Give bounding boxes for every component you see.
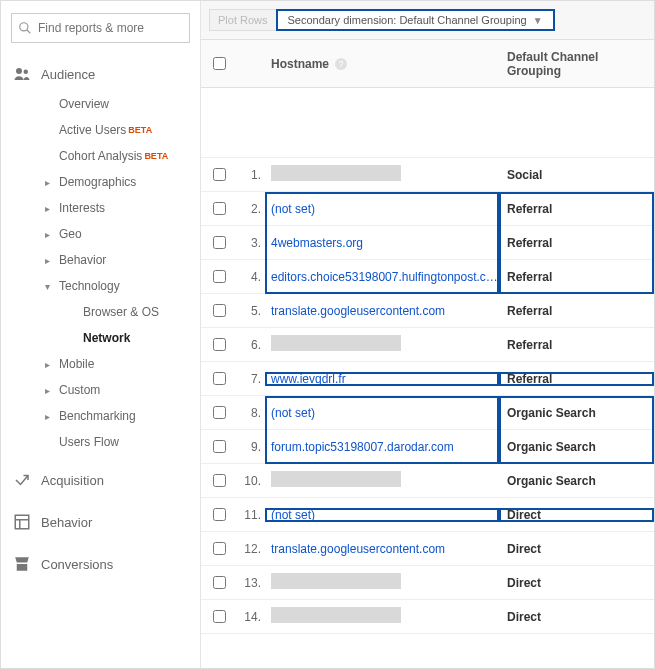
row-checkbox-cell bbox=[201, 236, 237, 249]
nav-section-label: Conversions bbox=[41, 557, 113, 572]
row-number: 11. bbox=[237, 508, 265, 522]
row-checkbox[interactable] bbox=[213, 168, 226, 181]
nav-section-behavior[interactable]: Behavior bbox=[1, 505, 200, 539]
table-row: 7.www.ievgdrl.frReferral bbox=[201, 362, 654, 396]
row-checkbox[interactable] bbox=[213, 576, 226, 589]
nav-item-mobile[interactable]: ▸Mobile bbox=[21, 351, 200, 377]
row-checkbox[interactable] bbox=[213, 202, 226, 215]
nav-item-label: Active Users bbox=[59, 123, 126, 137]
row-checkbox-cell bbox=[201, 474, 237, 487]
beta-badge: BETA bbox=[144, 151, 168, 161]
caret-icon: ▸ bbox=[45, 385, 55, 396]
hostname-cell[interactable]: editors.choice53198007.hulfingtonpost.co… bbox=[265, 270, 499, 284]
nav-item-users-flow[interactable]: Users Flow bbox=[21, 429, 200, 455]
nav-item-benchmarking[interactable]: ▸Benchmarking bbox=[21, 403, 200, 429]
table-row: 1.Social bbox=[201, 158, 654, 192]
hostname-cell[interactable]: (not set) bbox=[265, 202, 499, 216]
row-number: 6. bbox=[237, 338, 265, 352]
row-checkbox-cell bbox=[201, 440, 237, 453]
nav-item-interests[interactable]: ▸Interests bbox=[21, 195, 200, 221]
select-all-checkbox[interactable] bbox=[213, 57, 226, 70]
secondary-dimension-dropdown[interactable]: Secondary dimension: Default Channel Gro… bbox=[276, 9, 555, 31]
hostname-cell[interactable]: translate.googleusercontent.com bbox=[265, 542, 499, 556]
nav-item-behavior[interactable]: ▸Behavior bbox=[21, 247, 200, 273]
nav-item-label: Technology bbox=[59, 279, 120, 293]
redacted-block bbox=[271, 607, 401, 623]
row-checkbox[interactable] bbox=[213, 474, 226, 487]
nav-item-browser-os[interactable]: Browser & OS bbox=[21, 299, 200, 325]
nav-item-label: Custom bbox=[59, 383, 100, 397]
header-hostname-label: Hostname bbox=[271, 57, 329, 71]
hostname-cell[interactable]: 4webmasters.org bbox=[265, 236, 499, 250]
nav-item-cohort-analysis[interactable]: Cohort AnalysisBETA bbox=[21, 143, 200, 169]
channel-cell: Organic Search bbox=[499, 474, 654, 488]
nav-item-label: Geo bbox=[59, 227, 82, 241]
nav-section-audience[interactable]: Audience bbox=[1, 57, 200, 91]
channel-cell: Referral bbox=[499, 202, 654, 216]
svg-point-2 bbox=[16, 68, 22, 74]
channel-cell: Direct bbox=[499, 508, 654, 522]
row-checkbox-cell bbox=[201, 508, 237, 521]
row-checkbox[interactable] bbox=[213, 406, 226, 419]
channel-cell: Referral bbox=[499, 372, 654, 386]
table-row: 13.Direct bbox=[201, 566, 654, 600]
toolbar: Plot Rows Secondary dimension: Default C… bbox=[201, 1, 654, 40]
nav-section-conversions[interactable]: Conversions bbox=[1, 547, 200, 581]
hostname-cell bbox=[265, 165, 499, 184]
content-area: Plot Rows Secondary dimension: Default C… bbox=[201, 1, 654, 668]
row-checkbox-cell bbox=[201, 202, 237, 215]
row-number: 7. bbox=[237, 372, 265, 386]
table-row: 4.editors.choice53198007.hulfingtonpost.… bbox=[201, 260, 654, 294]
nav-item-network[interactable]: Network bbox=[21, 325, 200, 351]
summary-row bbox=[201, 88, 654, 158]
secondary-dimension-label: Secondary dimension: Default Channel Gro… bbox=[288, 14, 527, 26]
hostname-cell[interactable]: www.ievgdrl.fr bbox=[265, 372, 499, 386]
row-checkbox-cell bbox=[201, 338, 237, 351]
table-body: 1.Social2.(not set)Referral3.4webmasters… bbox=[201, 88, 654, 634]
row-number: 9. bbox=[237, 440, 265, 454]
caret-icon: ▸ bbox=[45, 255, 55, 266]
acquisition-icon bbox=[11, 471, 33, 489]
nav-item-demographics[interactable]: ▸Demographics bbox=[21, 169, 200, 195]
header-hostname[interactable]: Hostname ? bbox=[265, 57, 499, 71]
row-checkbox[interactable] bbox=[213, 236, 226, 249]
table-row: 11.(not set)Direct bbox=[201, 498, 654, 532]
table-row: 3.4webmasters.orgReferral bbox=[201, 226, 654, 260]
table-row: 2.(not set)Referral bbox=[201, 192, 654, 226]
nav-item-custom[interactable]: ▸Custom bbox=[21, 377, 200, 403]
row-checkbox[interactable] bbox=[213, 270, 226, 283]
row-checkbox-cell bbox=[201, 270, 237, 283]
nav-item-technology[interactable]: ▾Technology bbox=[21, 273, 200, 299]
table-row: 14.Direct bbox=[201, 600, 654, 634]
row-checkbox[interactable] bbox=[213, 338, 226, 351]
channel-cell: Referral bbox=[499, 270, 654, 284]
row-number: 12. bbox=[237, 542, 265, 556]
search-input[interactable] bbox=[38, 21, 183, 35]
nav-item-overview[interactable]: Overview bbox=[21, 91, 200, 117]
hostname-cell[interactable]: forum.topic53198007.darodar.com bbox=[265, 440, 499, 454]
row-number: 14. bbox=[237, 610, 265, 624]
nav-item-active-users[interactable]: Active UsersBETA bbox=[21, 117, 200, 143]
help-icon[interactable]: ? bbox=[335, 58, 347, 70]
row-checkbox[interactable] bbox=[213, 304, 226, 317]
row-number: 4. bbox=[237, 270, 265, 284]
nav-section-acquisition[interactable]: Acquisition bbox=[1, 463, 200, 497]
channel-cell: Referral bbox=[499, 338, 654, 352]
row-number: 3. bbox=[237, 236, 265, 250]
nav-item-geo[interactable]: ▸Geo bbox=[21, 221, 200, 247]
hostname-cell[interactable]: translate.googleusercontent.com bbox=[265, 304, 499, 318]
svg-point-0 bbox=[20, 23, 28, 31]
hostname-cell[interactable]: (not set) bbox=[265, 406, 499, 420]
row-checkbox[interactable] bbox=[213, 440, 226, 453]
row-checkbox[interactable] bbox=[213, 542, 226, 555]
nav-section-label: Behavior bbox=[41, 515, 92, 530]
caret-icon: ▸ bbox=[45, 229, 55, 240]
row-checkbox[interactable] bbox=[213, 610, 226, 623]
search-box[interactable] bbox=[11, 13, 190, 43]
header-channel[interactable]: Default Channel Grouping bbox=[499, 50, 654, 78]
row-checkbox-cell bbox=[201, 168, 237, 181]
row-checkbox[interactable] bbox=[213, 508, 226, 521]
hostname-cell[interactable]: (not set) bbox=[265, 508, 499, 522]
plot-rows-button[interactable]: Plot Rows bbox=[209, 9, 277, 31]
row-checkbox[interactable] bbox=[213, 372, 226, 385]
